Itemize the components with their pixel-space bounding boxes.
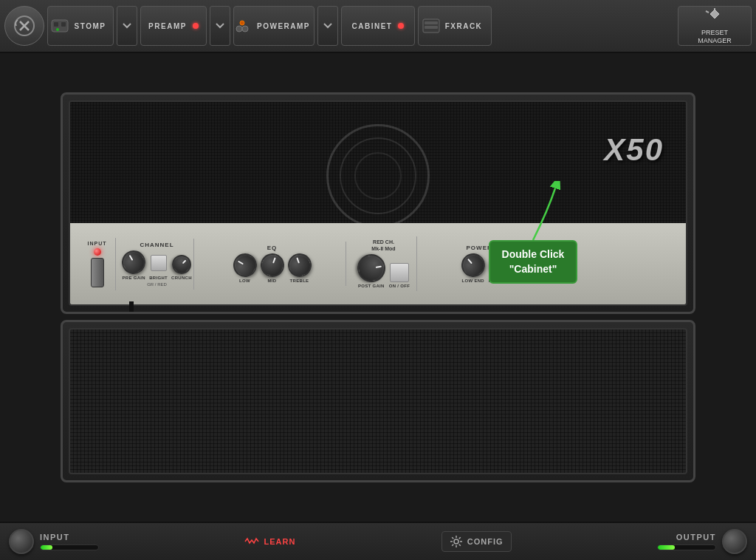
low-end-knob[interactable] — [456, 248, 489, 281]
svg-point-7 — [236, 26, 242, 32]
on-off-button[interactable] — [390, 263, 409, 282]
pre-gain-wrap: PRE GAIN — [122, 250, 145, 280]
main-content: X50 INPUT — [0, 53, 756, 522]
input-section: INPUT — [79, 238, 116, 290]
mid-knob[interactable] — [257, 250, 287, 280]
treble-label: TREBLE — [290, 279, 309, 283]
fxrack-button[interactable]: FXRACK — [418, 6, 492, 46]
output-meter-fill — [658, 545, 675, 550]
learn-icon — [244, 536, 259, 547]
low-end-label: LOW END — [462, 279, 484, 283]
amp-head: X50 INPUT — [61, 92, 695, 314]
svg-rect-5 — [61, 22, 66, 27]
low-label: LOW — [239, 279, 250, 283]
speaker-cone — [326, 124, 430, 228]
eq-label: EQ — [267, 245, 278, 251]
bottom-bar: INPUT LEARN CONFIG OUTPUT — [0, 522, 756, 560]
amp-cabinet[interactable] — [61, 320, 695, 482]
poweramp-dropdown[interactable] — [317, 6, 338, 46]
svg-point-6 — [56, 28, 59, 31]
amp-model-name: X50 — [604, 132, 664, 168]
cabinet-button[interactable]: CABINET — [341, 6, 415, 46]
preamp-button[interactable]: PREAMP — [140, 6, 207, 46]
amp-head-inner: X50 INPUT — [69, 100, 687, 306]
annotation-arrow — [489, 181, 577, 240]
cabinet-grille — [69, 328, 687, 474]
output-knob[interactable] — [722, 529, 747, 554]
poweramp-icon — [232, 15, 252, 37]
on-off-wrap: ON / OFF — [389, 263, 410, 288]
config-icon — [450, 535, 463, 548]
mid-wrap: MID — [261, 253, 284, 283]
svg-point-8 — [242, 26, 248, 32]
svg-line-14 — [706, 11, 709, 13]
config-button[interactable]: CONFIG — [441, 531, 512, 552]
treble-wrap: TREBLE — [288, 253, 312, 283]
crunch-knob[interactable] — [168, 250, 196, 278]
output-meter — [657, 544, 716, 550]
low-end-wrap: LOW END — [461, 253, 485, 283]
red-ch-label: RED CH.Mk-II Mod — [371, 239, 395, 252]
bright-label: BRIGHT — [149, 276, 168, 280]
svg-rect-4 — [54, 22, 58, 27]
treble-knob[interactable] — [284, 250, 315, 280]
close-button[interactable] — [4, 6, 44, 46]
annotation-box: Double Click "Cabinet" — [489, 240, 577, 284]
input-knob[interactable] — [9, 529, 34, 554]
amp-cable — [129, 301, 173, 314]
preset-manager-label: PRESETMANAGER — [698, 29, 732, 45]
preset-manager-button[interactable]: PRESETMANAGER — [678, 6, 752, 46]
eq-section: EQ LOW MID TR — [199, 242, 346, 286]
preamp-label: PREAMP — [148, 22, 187, 30]
stomp-dropdown[interactable] — [117, 6, 137, 46]
channel-label: CHANNEL — [140, 242, 173, 248]
preamp-status-led — [193, 23, 199, 29]
input-meter-fill — [41, 545, 52, 550]
tooltip-annotation: Double Click "Cabinet" — [489, 181, 577, 284]
fxrack-label: FXRACK — [445, 22, 483, 30]
svg-rect-11 — [425, 21, 438, 24]
crunch-label: CRUNCH — [171, 276, 192, 280]
arrow-container — [489, 181, 577, 240]
poweramp-label: POWERAMP — [257, 22, 310, 30]
learn-button[interactable]: LEARN — [244, 536, 295, 547]
bottom-input-section: INPUT — [9, 529, 99, 554]
cabinet-label: CABINET — [352, 22, 393, 30]
mid-label: MID — [268, 279, 277, 283]
svg-rect-12 — [425, 26, 438, 29]
stomp-label: STOMP — [75, 22, 106, 30]
annotation-line1: Double Click — [502, 248, 565, 260]
input-label: INPUT — [88, 241, 107, 246]
pre-gain-knob[interactable] — [117, 246, 150, 279]
preamp-dropdown[interactable] — [210, 6, 230, 46]
fxrack-icon — [422, 15, 441, 37]
input-bottom-label: INPUT — [40, 533, 99, 542]
crunch-wrap: BRIGHT — [149, 255, 168, 280]
redch-section: RED CH.Mk-II Mod POST GAIN ON / OFF — [351, 236, 417, 291]
gr-red-label: GR / RED — [147, 282, 167, 287]
preset-manager-icon — [704, 7, 725, 27]
low-knob[interactable] — [229, 249, 261, 281]
stomp-icon — [49, 15, 70, 37]
stomp-button[interactable]: STOMP — [47, 6, 114, 46]
post-gain-knob[interactable] — [355, 252, 388, 284]
annotation-line2: "Cabinet" — [509, 263, 557, 275]
channel-section: CHANNEL PRE GAIN BRIGHT — [120, 239, 194, 290]
input-meter — [40, 544, 99, 550]
poweramp-button[interactable]: POWERAMP — [233, 6, 315, 46]
on-off-label: ON / OFF — [389, 284, 410, 288]
post-gain-label: POST GAIN — [358, 284, 385, 288]
crunch-knob-wrap: CRUNCH — [171, 255, 192, 280]
top-navigation-bar: STOMP PREAMP POWERAMP CABINET — [0, 0, 756, 53]
cabinet-status-led — [398, 23, 404, 29]
input-led — [94, 248, 101, 256]
post-gain-wrap: POST GAIN — [357, 254, 385, 288]
low-wrap: LOW — [233, 253, 257, 283]
amp-container: X50 INPUT — [61, 92, 695, 482]
bright-button[interactable] — [151, 255, 167, 271]
svg-point-16 — [454, 539, 458, 544]
config-label: CONFIG — [467, 537, 504, 546]
input-jack — [91, 258, 104, 287]
controls-panel: INPUT CHANNEL — [70, 223, 686, 304]
learn-label: LEARN — [264, 537, 295, 546]
